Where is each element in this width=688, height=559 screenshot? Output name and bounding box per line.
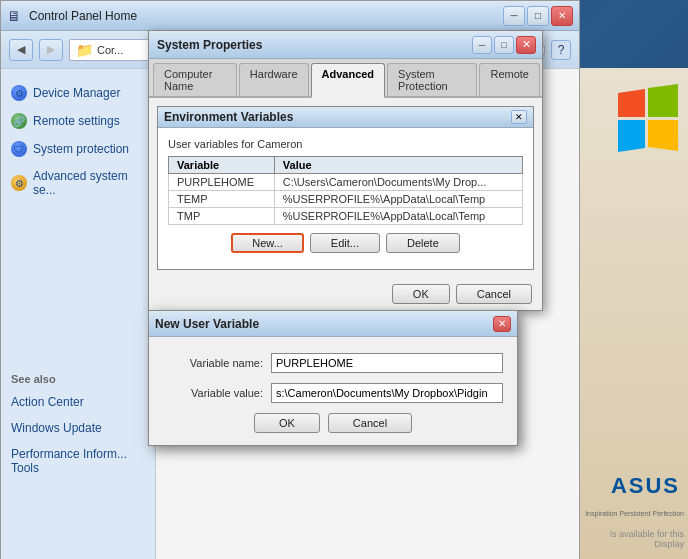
variable-name-row: Variable name: xyxy=(163,353,503,373)
new-var-cancel-button[interactable]: Cancel xyxy=(328,413,412,433)
sidebar-label-device-manager: Device Manager xyxy=(33,86,120,100)
advanced-system-icon: ⚙ xyxy=(11,175,27,191)
cp-icon: 🖥 xyxy=(7,8,21,24)
close-button[interactable]: ✕ xyxy=(551,6,573,26)
var-name: PURPLEHOME xyxy=(169,174,275,191)
windows-update-label: Windows Update xyxy=(11,421,102,435)
col-value: Value xyxy=(274,157,522,174)
new-var-close-button[interactable]: ✕ xyxy=(493,316,511,332)
sidebar-link-action-center[interactable]: Action Center xyxy=(1,389,155,415)
sidebar-link-performance[interactable]: Performance Inform... Tools xyxy=(1,441,155,481)
variable-name-label: Variable name: xyxy=(163,357,263,369)
table-row[interactable]: TEMP %USERPROFILE%\AppData\Local\Temp xyxy=(169,191,523,208)
new-var-buttons: OK Cancel xyxy=(163,413,503,433)
control-panel-titlebar: 🖥 Control Panel Home ─ □ ✕ xyxy=(1,1,579,31)
env-title: Environment Variables xyxy=(164,110,511,124)
user-variables-table: Variable Value PURPLEHOME C:\Users\Camer… xyxy=(168,156,523,225)
edit-var-button[interactable]: Edit... xyxy=(310,233,380,253)
var-value: C:\Users\Cameron\Documents\My Drop... xyxy=(274,174,522,191)
see-also-heading: See also xyxy=(1,363,155,389)
sidebar-label-advanced-system: Advanced system se... xyxy=(33,169,145,197)
new-var-ok-button[interactable]: OK xyxy=(254,413,320,433)
variable-value-row: Variable value: xyxy=(163,383,503,403)
table-row[interactable]: PURPLEHOME C:\Users\Cameron\Documents\My… xyxy=(169,174,523,191)
env-titlebar: Environment Variables ✕ xyxy=(158,107,533,128)
action-center-label: Action Center xyxy=(11,395,84,409)
new-var-title: New User Variable xyxy=(155,317,493,331)
tab-system-protection[interactable]: System Protection xyxy=(387,63,477,96)
system-properties-dialog: System Properties ─ □ ✕ Computer Name Ha… xyxy=(148,30,543,311)
window-controls: ─ □ ✕ xyxy=(503,6,573,26)
sysprop-ok-button[interactable]: OK xyxy=(392,284,450,304)
back-button[interactable]: ◀ xyxy=(9,39,33,61)
var-value: %USERPROFILE%\AppData\Local\Temp xyxy=(274,191,522,208)
env-content: User variables for Cameron Variable Valu… xyxy=(158,128,533,269)
sidebar-item-remote-settings[interactable]: 🔗 Remote settings xyxy=(1,107,155,135)
variable-value-label: Variable value: xyxy=(163,387,263,399)
sysprop-minimize[interactable]: ─ xyxy=(472,36,492,54)
variable-name-input[interactable] xyxy=(271,353,503,373)
sidebar-label-remote-settings: Remote settings xyxy=(33,114,120,128)
remote-settings-icon: 🔗 xyxy=(11,113,27,129)
table-row[interactable]: TMP %USERPROFILE%\AppData\Local\Temp xyxy=(169,208,523,225)
env-variables-box: Environment Variables ✕ User variables f… xyxy=(157,106,534,270)
var-name: TEMP xyxy=(169,191,275,208)
performance-label: Performance Inform... Tools xyxy=(11,447,145,475)
sidebar-label-system-protection: System protection xyxy=(33,142,129,156)
device-manager-icon: ⚙ xyxy=(11,85,27,101)
cp-title: Control Panel Home xyxy=(25,9,503,23)
sysprop-controls: ─ □ ✕ xyxy=(472,36,536,54)
new-var-button[interactable]: New... xyxy=(231,233,304,253)
env-section-title: User variables for Cameron xyxy=(168,138,523,150)
new-var-titlebar: New User Variable ✕ xyxy=(149,311,517,337)
sidebar: ⚙ Device Manager 🔗 Remote settings 🛡 Sys… xyxy=(1,69,156,559)
delete-var-button[interactable]: Delete xyxy=(386,233,460,253)
sysprop-tabs: Computer Name Hardware Advanced System P… xyxy=(149,59,542,98)
sysprop-titlebar: System Properties ─ □ ✕ xyxy=(149,31,542,59)
windows-logo-icon xyxy=(613,83,683,153)
sidebar-item-advanced-system[interactable]: ⚙ Advanced system se... xyxy=(1,163,155,203)
sysprop-bottom-buttons: OK Cancel xyxy=(149,278,542,310)
sysprop-close[interactable]: ✕ xyxy=(516,36,536,54)
variable-value-input[interactable] xyxy=(271,383,503,403)
env-close[interactable]: ✕ xyxy=(511,110,527,124)
var-name: TMP xyxy=(169,208,275,225)
tab-remote[interactable]: Remote xyxy=(479,63,540,96)
asus-brand-text: ASUS xyxy=(611,473,680,499)
sysprop-maximize[interactable]: □ xyxy=(494,36,514,54)
var-value: %USERPROFILE%\AppData\Local\Temp xyxy=(274,208,522,225)
sidebar-item-device-manager[interactable]: ⚙ Device Manager xyxy=(1,79,155,107)
help-button[interactable]: ? xyxy=(551,40,571,60)
forward-button[interactable]: ▶ xyxy=(39,39,63,61)
maximize-button[interactable]: □ xyxy=(527,6,549,26)
tab-advanced[interactable]: Advanced xyxy=(311,63,386,98)
folder-icon: 📁 xyxy=(76,42,93,58)
sysprop-title: System Properties xyxy=(155,38,472,52)
env-buttons: New... Edit... Delete xyxy=(168,233,523,253)
sidebar-item-system-protection[interactable]: 🛡 System protection xyxy=(1,135,155,163)
col-variable: Variable xyxy=(169,157,275,174)
sidebar-link-windows-update[interactable]: Windows Update xyxy=(1,415,155,441)
tab-hardware[interactable]: Hardware xyxy=(239,63,309,96)
new-user-variable-dialog: New User Variable ✕ Variable name: Varia… xyxy=(148,310,518,446)
minimize-button[interactable]: ─ xyxy=(503,6,525,26)
asus-slogan-text: Inspiration Persistent Perfection xyxy=(585,510,684,517)
address-text: Cor... xyxy=(97,44,123,56)
asus-bottom-text: is available for this Display xyxy=(580,529,684,549)
asus-panel: ASUS Inspiration Persistent Perfection i… xyxy=(580,68,688,559)
system-protection-icon: 🛡 xyxy=(11,141,27,157)
sysprop-cancel-button[interactable]: Cancel xyxy=(456,284,532,304)
tab-computer-name[interactable]: Computer Name xyxy=(153,63,237,96)
new-var-content: Variable name: Variable value: OK Cancel xyxy=(149,337,517,445)
